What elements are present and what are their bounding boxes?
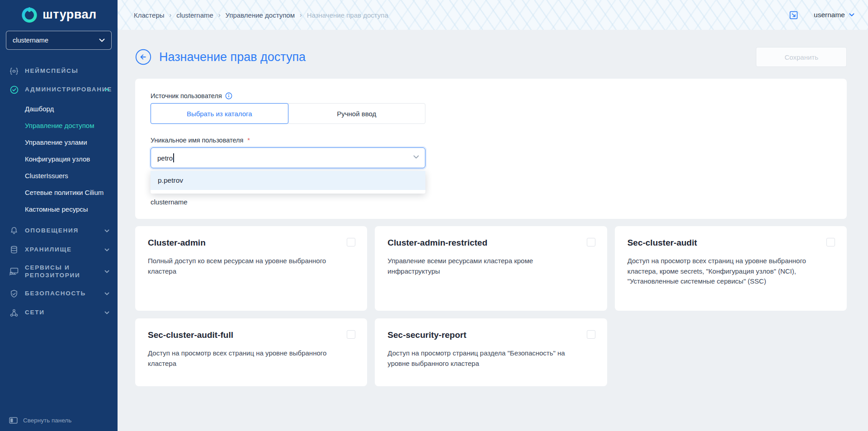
- database-icon: [9, 245, 19, 254]
- sidebar-item-alerts[interactable]: ОПОВЕЩЕНИЯ: [0, 221, 118, 240]
- shield-icon: [9, 289, 19, 298]
- sidebar-item-networks[interactable]: СЕТИ: [0, 303, 118, 322]
- logout-icon[interactable]: [789, 10, 798, 20]
- collapse-panel-button[interactable]: Свернуть панель: [0, 410, 118, 431]
- chevron-down-icon: [104, 270, 109, 273]
- sidebar-item-storage[interactable]: ХРАНИЛИЩЕ: [0, 240, 118, 259]
- role-name: Sec-cluster-audit: [627, 238, 834, 248]
- role-name: Sec-security-report: [387, 330, 594, 340]
- role-description: Доступ на просмотр страниц раздела "Безо…: [387, 348, 594, 369]
- role-checkbox[interactable]: [826, 238, 835, 246]
- role-description: Управление всеми ресурсами кластера кром…: [387, 256, 594, 276]
- role-checkbox[interactable]: [587, 330, 595, 339]
- sidebar-item-access-management[interactable]: Управление доступом: [0, 117, 118, 134]
- username-field-wrap: petro p.petrov: [151, 147, 425, 168]
- info-icon[interactable]: [225, 92, 232, 99]
- sidebar-item-label: ХРАНИЛИЩЕ: [25, 246, 72, 254]
- username-input-value: petro: [157, 154, 173, 162]
- page-header: Назначение прав доступа Сохранить: [135, 47, 847, 67]
- cluster-field-value: clustername: [151, 198, 831, 206]
- sidebar: штурвал clustername НЕЙМСПЕЙСЫ: [0, 0, 118, 431]
- sidebar-nav: НЕЙМСПЕЙСЫ АДМИНИСТРИРОВАНИЕ Дашборд Упр…: [0, 62, 118, 410]
- breadcrumb-separator: ›: [218, 11, 221, 19]
- chevron-down-icon: [104, 292, 109, 295]
- role-checkbox[interactable]: [347, 330, 355, 339]
- sidebar-item-custom-resources[interactable]: Кастомные ресурсы: [0, 201, 118, 218]
- sidebar-item-security[interactable]: БЕЗОПАСНОСТЬ: [0, 284, 118, 303]
- page-content: Назначение прав доступа Сохранить Источн…: [118, 30, 868, 386]
- app-name: штурвал: [42, 8, 96, 22]
- sidebar-item-label: СЕРВИСЫ И РЕПОЗИТОРИИ: [25, 264, 96, 279]
- role-description: Доступ на просмотр всех страниц на уровн…: [627, 256, 834, 287]
- role-description: Доступ на просмотр всех страниц на уровн…: [148, 348, 354, 369]
- sidebar-item-label: СЕТИ: [25, 309, 45, 317]
- username-input[interactable]: petro: [151, 147, 425, 168]
- bell-icon: [9, 226, 19, 235]
- services-icon: [9, 267, 19, 276]
- back-button[interactable]: [135, 49, 151, 65]
- chevron-down-icon: [104, 229, 109, 232]
- administration-submenu: Дашборд Управление доступом Управление у…: [0, 99, 118, 221]
- top-header: Кластеры › clustername › Управление дост…: [118, 0, 868, 30]
- role-name: Cluster-admin: [148, 238, 354, 248]
- suggestion-option-p-petrov[interactable]: p.petrov: [151, 171, 425, 190]
- sidebar-item-label: АДМИНИСТРИРОВАНИЕ: [25, 86, 96, 94]
- helm-logo-icon: [21, 6, 38, 23]
- administration-icon: [9, 85, 19, 95]
- username-label-text: Уникальное имя пользователя: [151, 137, 243, 144]
- role-card-cluster-admin-restricted: Cluster-admin-restricted Управление всем…: [375, 226, 607, 311]
- sidebar-item-dashboard[interactable]: Дашборд: [0, 100, 118, 117]
- breadcrumb-clusters[interactable]: Кластеры: [134, 11, 165, 19]
- sidebar-item-administration[interactable]: АДМИНИСТРИРОВАНИЕ: [0, 80, 118, 99]
- sidebar-item-services-repos[interactable]: СЕРВИСЫ И РЕПОЗИТОРИИ: [0, 259, 118, 284]
- role-card-sec-cluster-audit: Sec-cluster-audit Доступ на просмотр все…: [615, 226, 847, 311]
- username-label: username: [814, 11, 845, 19]
- role-description: Полный доступ ко всем ресурсам на уровне…: [148, 256, 354, 276]
- breadcrumb-separator: ›: [170, 11, 172, 19]
- save-button[interactable]: Сохранить: [756, 47, 847, 67]
- cluster-select-value: clustername: [13, 37, 48, 44]
- chevron-down-icon: [99, 38, 105, 42]
- sidebar-item-namespaces[interactable]: НЕЙМСПЕЙСЫ: [0, 62, 118, 80]
- network-nodes-icon: [9, 308, 19, 317]
- user-form-panel: Источник пользователя Выбрать из каталог…: [135, 79, 847, 219]
- sidebar-item-clusterissuers[interactable]: ClusterIssuers: [0, 167, 118, 184]
- username-field-label: Уникальное имя пользователя *: [151, 137, 831, 144]
- tab-select-from-catalog[interactable]: Выбрать из каталога: [151, 103, 288, 124]
- username-suggestions-dropdown: p.petrov: [151, 171, 425, 194]
- sidebar-item-node-configuration[interactable]: Конфигурация узлов: [0, 151, 118, 167]
- breadcrumb-clustername[interactable]: clustername: [176, 11, 213, 19]
- breadcrumb-current-page: Назначение прав доступа: [307, 11, 388, 19]
- role-card-sec-security-report: Sec-security-report Доступ на просмотр с…: [375, 318, 607, 386]
- chevron-down-icon: [104, 248, 109, 251]
- breadcrumb-separator: ›: [300, 11, 302, 19]
- tab-manual-input[interactable]: Ручной ввод: [288, 103, 426, 124]
- sidebar-item-node-management[interactable]: Управление узлами: [0, 134, 118, 151]
- breadcrumb-access-management[interactable]: Управление доступом: [226, 11, 295, 19]
- breadcrumb: Кластеры › clustername › Управление дост…: [134, 11, 388, 19]
- role-card-cluster-admin: Cluster-admin Полный доступ ко всем ресу…: [135, 226, 367, 311]
- roles-grid: Cluster-admin Полный доступ ко всем ресу…: [135, 226, 847, 386]
- role-checkbox[interactable]: [587, 238, 595, 246]
- role-card-sec-cluster-audit-full: Sec-cluster-audit-full Доступ на просмот…: [135, 318, 367, 386]
- source-field-label: Источник пользователя: [151, 92, 831, 99]
- cluster-select[interactable]: clustername: [6, 31, 112, 50]
- sidebar-item-label: НЕЙМСПЕЙСЫ: [25, 67, 78, 75]
- role-name: Sec-cluster-audit-full: [148, 330, 354, 340]
- namespaces-icon: [9, 67, 19, 75]
- user-menu[interactable]: username: [814, 11, 854, 19]
- source-tabs: Выбрать из каталога Ручной ввод: [151, 103, 425, 124]
- text-caret: [173, 153, 174, 162]
- role-checkbox[interactable]: [347, 238, 355, 246]
- source-label-text: Источник пользователя: [151, 92, 222, 99]
- collapse-panel-label: Свернуть панель: [23, 417, 71, 424]
- sidebar-item-label: БЕЗОПАСНОСТЬ: [25, 290, 86, 298]
- sidebar-item-label: ОПОВЕЩЕНИЯ: [25, 227, 79, 235]
- chevron-down-icon: [849, 13, 854, 17]
- role-name: Cluster-admin-restricted: [387, 238, 594, 248]
- sidebar-item-cilium-policies[interactable]: Сетевые политики Cilium: [0, 184, 118, 201]
- required-asterisk: *: [247, 137, 250, 144]
- chevron-down-icon[interactable]: [413, 155, 419, 159]
- user-area: username: [789, 10, 854, 20]
- app-logo: штурвал: [0, 0, 118, 31]
